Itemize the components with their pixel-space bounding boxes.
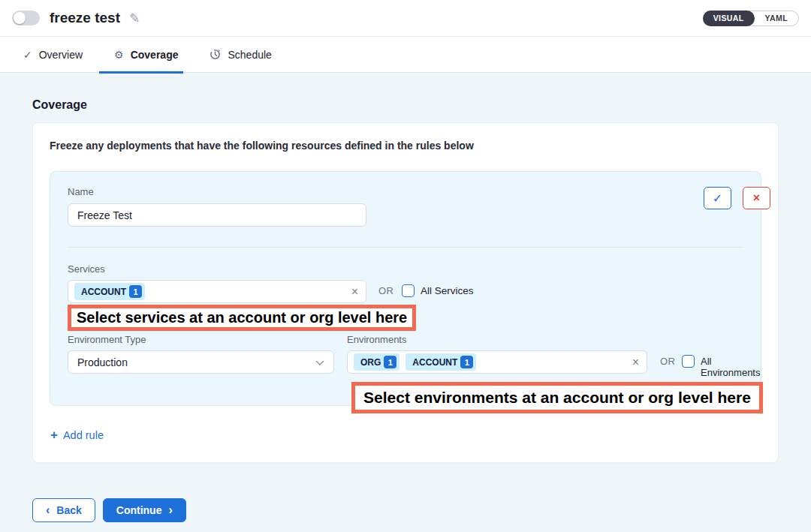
delete-rule-button[interactable]: × <box>743 187 770 209</box>
environment-scope-chip[interactable]: ACCOUNT 1 <box>406 353 476 371</box>
check-icon: ✓ <box>713 191 722 206</box>
add-rule-label: Add rule <box>63 429 104 441</box>
environments-annotation-callout: Select environments at an account or org… <box>351 382 763 413</box>
all-environments-checkbox[interactable] <box>682 355 695 368</box>
environments-or-text: OR <box>660 356 675 367</box>
gear-icon: ⚙ <box>114 49 124 61</box>
toggle-knob-icon <box>14 12 26 24</box>
chevron-left-icon: ‹ <box>46 504 50 516</box>
schedule-clock-icon <box>210 49 221 60</box>
chip-count-badge: 1 <box>460 356 473 368</box>
coverage-card: Freeze any deployments that have the fol… <box>32 122 779 463</box>
name-label: Name <box>68 186 94 197</box>
coverage-intro-text: Freeze any deployments that have the fol… <box>50 140 761 152</box>
back-button[interactable]: ‹ Back <box>32 498 95 522</box>
chevron-down-icon <box>315 356 324 368</box>
chip-label: ACCOUNT <box>81 287 126 297</box>
environment-type-label: Environment Type <box>68 334 146 345</box>
chip-count-badge: 1 <box>384 356 396 368</box>
services-multiselect[interactable]: ACCOUNT 1 × <box>68 280 366 303</box>
services-label: Services <box>68 263 105 275</box>
coverage-page: Coverage Freeze any deployments that hav… <box>0 73 811 522</box>
visual-yaml-toggle: VISUAL YAML <box>703 11 799 26</box>
tab-coverage[interactable]: ⚙ Coverage <box>114 37 178 73</box>
clear-services-icon[interactable]: × <box>351 286 358 298</box>
chip-count-badge: 1 <box>129 285 142 298</box>
continue-button[interactable]: Continue › <box>103 498 186 522</box>
chip-label: ACCOUNT <box>412 357 457 368</box>
environments-multiselect[interactable]: ORG 1 ACCOUNT 1 × <box>347 350 647 374</box>
freeze-rule-card: Name ✓ × Services ACCOUNT 1 × OR <box>50 171 761 406</box>
freeze-studio-screen: freeze test ✎ VISUAL YAML ✓ Overview ⚙ C… <box>0 0 811 532</box>
tab-coverage-label: Coverage <box>131 49 179 61</box>
all-environments-label: All Environments <box>701 356 761 378</box>
clear-environments-icon[interactable]: × <box>632 356 639 368</box>
top-bar: freeze test ✎ VISUAL YAML <box>0 0 811 37</box>
close-icon: × <box>753 191 760 205</box>
freeze-title: freeze test <box>50 10 120 26</box>
chevron-right-icon: › <box>168 504 172 516</box>
visual-toggle-option[interactable]: VISUAL <box>703 11 755 26</box>
yaml-toggle-option[interactable]: YAML <box>755 11 798 26</box>
tab-schedule[interactable]: Schedule <box>210 37 271 73</box>
environment-type-select[interactable]: Production <box>68 350 334 374</box>
environment-scope-chip[interactable]: ORG 1 <box>354 353 399 371</box>
page-title: Coverage <box>32 98 779 112</box>
tab-overview[interactable]: ✓ Overview <box>23 37 83 73</box>
environments-label: Environments <box>347 334 406 345</box>
confirm-rule-button[interactable]: ✓ <box>704 187 731 209</box>
continue-button-label: Continue <box>116 504 162 516</box>
rule-divider <box>68 247 743 248</box>
add-rule-button[interactable]: + Add rule <box>50 428 104 441</box>
environment-type-value: Production <box>77 356 128 368</box>
all-services-checkbox[interactable] <box>402 284 415 297</box>
back-button-label: Back <box>56 504 81 516</box>
plus-icon: + <box>50 428 58 441</box>
check-icon: ✓ <box>23 49 32 61</box>
wizard-footer: ‹ Back Continue › <box>32 498 779 522</box>
all-services-label: All Services <box>421 285 474 296</box>
service-scope-chip[interactable]: ACCOUNT 1 <box>74 283 145 300</box>
services-annotation-callout: Select services at an account or org lev… <box>68 305 416 331</box>
services-or-text: OR <box>378 285 393 296</box>
tab-overview-label: Overview <box>39 49 83 61</box>
rule-name-input[interactable] <box>68 203 366 227</box>
freeze-enabled-toggle[interactable] <box>12 11 40 26</box>
chip-label: ORG <box>360 357 381 368</box>
tab-schedule-label: Schedule <box>228 49 271 61</box>
edit-pencil-icon[interactable]: ✎ <box>129 11 140 26</box>
tab-bar: ✓ Overview ⚙ Coverage Schedule <box>0 37 811 73</box>
